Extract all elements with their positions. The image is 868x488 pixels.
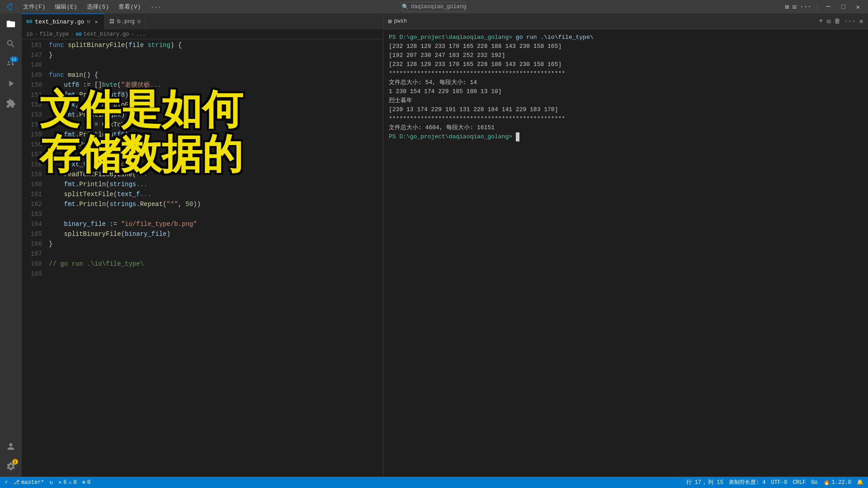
code-line: fmt.Println(strings... <box>47 179 383 189</box>
terminal-shell-label: pwsh <box>394 18 407 24</box>
window-controls: ⊞ ⊡ ··· ─ □ ✕ <box>785 3 863 11</box>
menu-select[interactable]: 选择(S) <box>83 2 113 12</box>
status-remote[interactable]: ⚡ <box>5 479 8 486</box>
code-line: binary_file := "io/file_type/b.png" <box>47 219 383 229</box>
split-editor-button[interactable]: ⊞ <box>785 3 788 11</box>
code-line: utf8, _ = GbkToUtf8(gbk) <box>47 120 383 130</box>
code-line: } <box>47 50 383 60</box>
terminal-prompt: PS D:\go_project\daqiaoqiao_golang> <box>389 132 863 141</box>
code-line: gbk, _ := Utf8ToGbk(u... <box>47 100 383 110</box>
terminal-out-8: [239 13 174 229 191 131 228 184 141 229 … <box>389 105 863 114</box>
code-editor[interactable]: 101 147 148 149 150 151 152 153 154 155 … <box>22 39 383 477</box>
code-content: 101 147 148 149 150 151 152 153 154 155 … <box>22 39 383 477</box>
terminal-area: ⊞ pwsh + ⊡ 🗑 ··· ✕ PS D:\go_project\daqi… <box>383 14 868 477</box>
tab-bar: GO text_binary.go U ✕ 🖼 b.png U <box>22 14 383 29</box>
menu-more[interactable]: ... <box>147 2 165 12</box>
breadcrumb-io[interactable]: io <box>26 31 33 38</box>
code-line <box>47 249 383 259</box>
terminal-out-7: 烈士暮年 <box>389 96 863 105</box>
col-value: 列 15 <box>708 479 723 486</box>
code-line <box>47 269 383 279</box>
warning-count: 0 <box>74 479 77 486</box>
status-bell[interactable]: 🔔 <box>857 479 863 486</box>
tab-size-label: 表制符长度: 4 <box>729 479 766 486</box>
source-control-badge: 11 <box>10 56 18 62</box>
activity-search[interactable] <box>3 36 19 52</box>
go-version-label: 🔥 <box>823 479 830 486</box>
code-line: readTextFileByLine(... <box>47 169 383 179</box>
activity-bar: 11 1 <box>0 14 22 477</box>
activity-bar-bottom: 1 <box>3 438 19 477</box>
tab-close-button[interactable]: ✕ <box>93 18 100 25</box>
status-tab-size[interactable]: 表制符长度: 4 <box>729 479 766 486</box>
title-bar: 文件(F) 编辑(E) 选择(S) 查看(V) ... 🔍 daqiaoqiao… <box>0 0 868 14</box>
activity-explorer[interactable] <box>3 16 19 32</box>
branch-name: master* <box>21 479 44 486</box>
terminal-controls: + ⊡ 🗑 ··· ✕ <box>819 17 863 26</box>
code-line: fmt.Println(utf8) <box>47 90 383 100</box>
menu-view[interactable]: 查看(V) <box>115 2 144 12</box>
status-go-version[interactable]: 🔥 1.22.0 <box>823 479 851 486</box>
terminal-out-10: 文件总大小: 4604, 每段大小: 16151 <box>389 123 863 132</box>
line-ending-label: CRLF <box>793 479 806 486</box>
terminal-out-6: 1 230 154 174 229 185 180 13 10] <box>389 87 863 96</box>
main-layout: 11 1 GO text_binary.go U ✕ <box>0 14 868 477</box>
activity-source-control[interactable]: 11 <box>3 56 19 72</box>
status-language[interactable]: Go <box>811 479 817 486</box>
split-terminal-button[interactable]: ⊡ <box>827 18 830 25</box>
layout-button[interactable]: ⊡ <box>793 3 796 11</box>
more-button[interactable]: ··· <box>800 3 811 10</box>
activity-run[interactable] <box>3 75 19 92</box>
terminal-close-button[interactable]: ✕ <box>859 17 863 26</box>
terminal-more-button[interactable]: ··· <box>844 18 855 25</box>
terminal-out-2: [192 207 230 247 183 252 232 192] <box>389 51 863 60</box>
code-line: func main() { <box>47 70 383 80</box>
search-bar[interactable]: 🔍 daqiaoqiao_golang <box>401 2 467 12</box>
status-line-ending[interactable]: CRLF <box>793 479 806 486</box>
menu-edit[interactable]: 编辑(E) <box>51 2 80 12</box>
code-line <box>47 60 383 70</box>
editor-area: GO text_binary.go U ✕ 🖼 b.png U io › fil… <box>22 14 383 477</box>
activity-account[interactable] <box>3 438 19 455</box>
title-bar-left: 文件(F) 编辑(E) 选择(S) 查看(V) ... <box>5 2 780 12</box>
terminal-header: ⊞ pwsh + ⊡ 🗑 ··· ✕ <box>383 14 868 29</box>
vscode-logo-icon <box>5 3 13 11</box>
add-terminal-button[interactable]: + <box>819 17 823 25</box>
terminal-content[interactable]: PS D:\go_project\daqiaoqiao_golang> go r… <box>383 29 868 477</box>
breadcrumb-filename[interactable]: text_binary.go <box>84 31 129 38</box>
code-line: fmt.Println(strings.Repeat("*", 50)) <box>47 140 383 150</box>
go-file-icon: GO <box>26 19 32 24</box>
code-line: } <box>47 239 383 249</box>
error-count: 6 <box>63 479 66 486</box>
kill-terminal-button[interactable]: 🗑 <box>834 18 840 25</box>
activity-settings[interactable]: 1 <box>3 458 19 474</box>
breadcrumb-go-icon: GO <box>76 32 82 37</box>
status-ports[interactable]: ⊕ 0 <box>82 479 90 486</box>
activity-extensions[interactable] <box>3 95 19 112</box>
sync-icon: ↻ <box>50 479 53 486</box>
close-button[interactable]: ✕ <box>853 3 863 11</box>
breadcrumb-sep3: › <box>131 31 134 38</box>
status-bar-right: 行 17, 列 15 表制符长度: 4 UTF-8 CRLF Go 🔥 1.22… <box>686 479 863 486</box>
menu-file[interactable]: 文件(F) <box>19 2 49 12</box>
status-bar: ⚡ ⎇ master* ↻ ✕ 6 ⚠ 0 ⊕ 0 行 17, 列 15 表制符… <box>0 477 868 488</box>
terminal-out-4: ****************************************… <box>389 69 863 78</box>
tab-bpng-badge: U <box>137 19 141 24</box>
status-branch[interactable]: ⎇ master* <box>13 479 44 486</box>
status-errors[interactable]: ✕ 6 ⚠ 0 <box>58 479 77 486</box>
breadcrumb-more[interactable]: ... <box>136 31 146 38</box>
maximize-button[interactable]: □ <box>838 3 849 10</box>
minimize-button[interactable]: ─ <box>823 3 835 11</box>
tab-text-binary[interactable]: GO text_binary.go U ✕ <box>22 14 105 29</box>
tab-bpng-label: b.png <box>117 18 135 25</box>
encoding-label: UTF-8 <box>771 479 788 486</box>
code-line <box>47 150 383 160</box>
terminal-header-left: ⊞ pwsh <box>388 18 407 25</box>
breadcrumb-file-type[interactable]: file_type <box>40 31 69 38</box>
status-position[interactable]: 行 17, 列 15 <box>686 479 723 486</box>
settings-badge: 1 <box>12 459 18 465</box>
status-encoding[interactable]: UTF-8 <box>771 479 788 486</box>
error-icon: ✕ <box>58 479 61 486</box>
tab-bpng[interactable]: 🖼 b.png U <box>105 14 146 29</box>
status-sync[interactable]: ↻ <box>50 479 53 486</box>
